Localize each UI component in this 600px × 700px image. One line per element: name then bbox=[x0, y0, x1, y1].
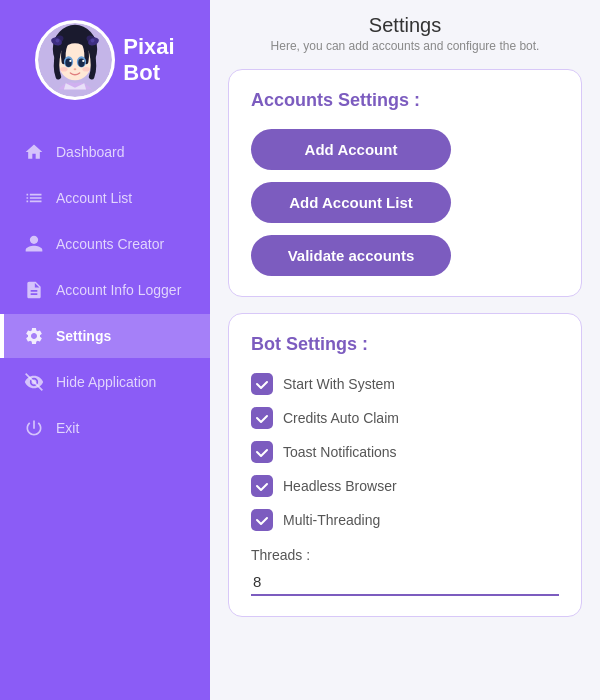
checkbox-label: Start With System bbox=[283, 376, 395, 392]
sidebar-item-label: Account List bbox=[56, 190, 132, 206]
sidebar-item-accounts-creator[interactable]: Accounts Creator bbox=[0, 222, 210, 266]
add-account-button[interactable]: Add Account bbox=[251, 129, 451, 170]
checkmark-icon bbox=[255, 377, 269, 391]
app-name: Pixai Bot bbox=[123, 34, 174, 87]
svg-point-13 bbox=[70, 60, 72, 62]
svg-point-6 bbox=[56, 39, 60, 43]
bot-settings-title: Bot Settings : bbox=[251, 334, 559, 355]
svg-point-7 bbox=[91, 39, 95, 43]
svg-point-15 bbox=[74, 68, 77, 70]
sidebar-item-settings[interactable]: Settings bbox=[0, 314, 210, 358]
file-icon bbox=[24, 280, 44, 300]
page-subtitle: Here, you can add accounts and configure… bbox=[210, 39, 600, 53]
avatar bbox=[35, 20, 115, 100]
checkbox-label: Toast Notifications bbox=[283, 444, 397, 460]
gear-icon bbox=[24, 326, 44, 346]
accounts-btn-group: Add Account Add Account List Validate ac… bbox=[251, 129, 559, 276]
sidebar-item-hide-application[interactable]: Hide Application bbox=[0, 360, 210, 404]
checkbox-credits-auto-claim[interactable]: Credits Auto Claim bbox=[251, 407, 559, 429]
sidebar-item-label: Dashboard bbox=[56, 144, 125, 160]
list-icon bbox=[24, 188, 44, 208]
checkbox-multi-threading[interactable]: Multi-Threading bbox=[251, 509, 559, 531]
bot-settings-card: Bot Settings : Start With System bbox=[228, 313, 582, 617]
main-content: Settings Here, you can add accounts and … bbox=[210, 0, 600, 700]
checkbox-label: Credits Auto Claim bbox=[283, 410, 399, 426]
checkbox-box bbox=[251, 441, 273, 463]
sidebar-item-label: Hide Application bbox=[56, 374, 156, 390]
sidebar: Pixai Bot Dashboard Account List Account… bbox=[0, 0, 210, 700]
sidebar-item-account-list[interactable]: Account List bbox=[0, 176, 210, 220]
checkmark-icon bbox=[255, 445, 269, 459]
sidebar-item-label: Accounts Creator bbox=[56, 236, 164, 252]
nav-items: Dashboard Account List Accounts Creator … bbox=[0, 130, 210, 450]
sidebar-item-label: Settings bbox=[56, 328, 111, 344]
svg-point-12 bbox=[79, 59, 85, 67]
threads-input[interactable] bbox=[251, 569, 559, 596]
page-title: Settings bbox=[210, 14, 600, 37]
checkbox-label: Headless Browser bbox=[283, 478, 397, 494]
page-header: Settings Here, you can add accounts and … bbox=[210, 0, 600, 57]
checkbox-toast-notifications[interactable]: Toast Notifications bbox=[251, 441, 559, 463]
home-icon bbox=[24, 142, 44, 162]
checkbox-box bbox=[251, 373, 273, 395]
validate-accounts-button[interactable]: Validate accounts bbox=[251, 235, 451, 276]
add-account-list-button[interactable]: Add Account List bbox=[251, 182, 451, 223]
svg-point-17 bbox=[83, 67, 90, 72]
svg-point-11 bbox=[66, 59, 72, 67]
sidebar-item-label: Exit bbox=[56, 420, 79, 436]
checkmark-icon bbox=[255, 411, 269, 425]
checkbox-box bbox=[251, 475, 273, 497]
person-icon bbox=[24, 234, 44, 254]
threads-label: Threads : bbox=[251, 547, 559, 563]
sidebar-item-dashboard[interactable]: Dashboard bbox=[0, 130, 210, 174]
svg-point-14 bbox=[83, 60, 85, 62]
checkbox-headless-browser[interactable]: Headless Browser bbox=[251, 475, 559, 497]
svg-point-16 bbox=[61, 67, 68, 72]
checkbox-label: Multi-Threading bbox=[283, 512, 380, 528]
checkbox-box bbox=[251, 407, 273, 429]
checkbox-box bbox=[251, 509, 273, 531]
content-area: Accounts Settings : Add Account Add Acco… bbox=[210, 57, 600, 635]
power-icon bbox=[24, 418, 44, 438]
accounts-settings-card: Accounts Settings : Add Account Add Acco… bbox=[228, 69, 582, 297]
sidebar-item-label: Account Info Logger bbox=[56, 282, 181, 298]
logo-area: Pixai Bot bbox=[25, 20, 184, 100]
eye-icon bbox=[24, 372, 44, 392]
checkbox-list: Start With System Credits Auto Claim bbox=[251, 373, 559, 531]
checkmark-icon bbox=[255, 513, 269, 527]
checkbox-start-with-system[interactable]: Start With System bbox=[251, 373, 559, 395]
sidebar-item-account-info-logger[interactable]: Account Info Logger bbox=[0, 268, 210, 312]
sidebar-item-exit[interactable]: Exit bbox=[0, 406, 210, 450]
checkmark-icon bbox=[255, 479, 269, 493]
accounts-settings-title: Accounts Settings : bbox=[251, 90, 559, 111]
